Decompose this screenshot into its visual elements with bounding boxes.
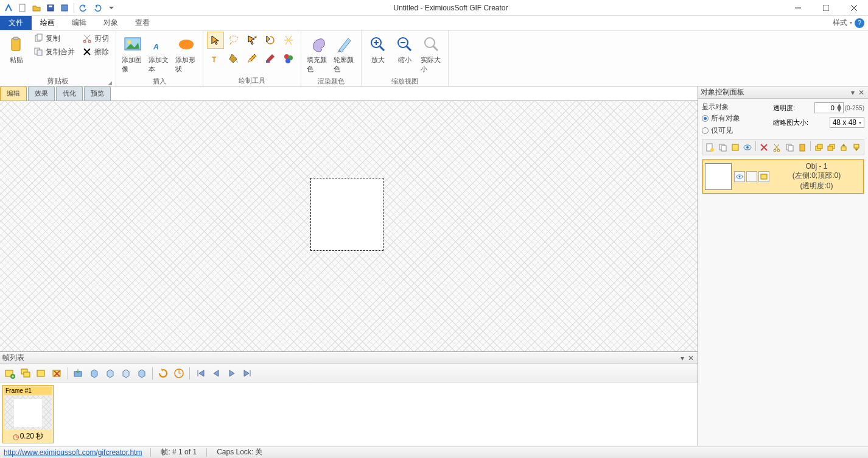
frame-first-icon[interactable] [193, 366, 208, 381]
ribbon-group-insert: 添加图像 A添加文本 添加形状 插入 [116, 30, 203, 86]
obj-new-icon[interactable] [704, 141, 716, 153]
obj-dup-icon[interactable] [716, 141, 729, 153]
add-shape-button[interactable]: 添加形状 [173, 32, 199, 77]
status-url[interactable]: http://www.eximioussoft.com/gifcreator.h… [0, 448, 145, 457]
svg-point-21 [179, 40, 194, 49]
obj-cut-icon[interactable] [771, 141, 783, 153]
panel-menu-icon[interactable]: ▾ [850, 88, 856, 97]
svg-point-57 [746, 146, 749, 149]
save-icon[interactable] [44, 2, 57, 14]
object-item[interactable]: Obj - 1 (左侧:0;顶部:0) (透明度:0) [702, 160, 864, 194]
tab-optimize[interactable]: 优化 [56, 86, 83, 100]
frame-thumbnail [4, 396, 52, 430]
frame-cube1-icon[interactable] [87, 366, 102, 381]
clock-icon: ◷ [13, 432, 19, 441]
svg-rect-69 [841, 147, 846, 150]
obj-del-icon[interactable] [758, 141, 770, 153]
fill-color-button[interactable]: 填充颜色 [305, 32, 331, 77]
menu-file[interactable]: 文件 [0, 16, 32, 30]
frame-edit-icon[interactable] [34, 366, 49, 381]
menu-edit[interactable]: 编辑 [63, 16, 95, 30]
obj-vis-icon[interactable] [741, 141, 754, 153]
obj-eye-icon[interactable] [734, 171, 745, 182]
clipboard-launcher-icon[interactable]: ◢ [108, 80, 112, 86]
redo-icon[interactable] [91, 2, 103, 14]
panel-close-icon[interactable]: ✕ [857, 88, 866, 97]
tool-gradient[interactable] [280, 50, 297, 67]
frame-time-icon[interactable] [172, 366, 186, 381]
frame-last-icon[interactable] [240, 366, 255, 381]
tool-wand[interactable] [280, 32, 297, 49]
copy-merge-button[interactable]: 复制合并 [30, 45, 78, 58]
canvas-object[interactable] [310, 178, 383, 251]
panel-menu-icon[interactable]: ▾ [679, 354, 685, 362]
app-icon[interactable] [2, 2, 15, 14]
opacity-input[interactable]: ▲▼ [814, 102, 844, 113]
menu-view[interactable]: 查看 [127, 16, 158, 30]
frame-dup-icon[interactable] [18, 366, 33, 381]
frame-add-icon[interactable] [2, 366, 17, 381]
obj-down-icon[interactable] [850, 141, 863, 153]
menu-object[interactable]: 对象 [95, 16, 127, 30]
menu-draw[interactable]: 绘画 [32, 16, 63, 30]
minimize-button[interactable] [784, 0, 812, 16]
canvas[interactable] [0, 101, 698, 351]
add-text-button[interactable]: A添加文本 [147, 32, 172, 77]
frame-item[interactable]: Frame #1 ◷0.20 秒 [2, 385, 54, 443]
tool-select[interactable] [207, 32, 224, 49]
tool-lasso[interactable] [225, 32, 242, 49]
frame-cube2-icon[interactable] [103, 366, 117, 381]
tool-bucket[interactable] [225, 50, 242, 67]
tool-pencil[interactable] [243, 50, 261, 67]
panel-close-icon[interactable]: ✕ [687, 354, 695, 362]
tool-brush[interactable] [262, 50, 279, 67]
add-image-button[interactable]: 添加图像 [120, 32, 145, 77]
svg-rect-3 [61, 5, 68, 11]
radio-only-visible[interactable]: 仅可见 [702, 125, 769, 136]
opacity-label: 透明度: [773, 104, 795, 113]
frame-cube3-icon[interactable] [119, 366, 133, 381]
tab-preview[interactable]: 预览 [84, 86, 111, 100]
obj-up-icon[interactable] [838, 141, 850, 153]
erase-button[interactable]: 擦除 [79, 45, 112, 58]
frame-import-icon[interactable] [71, 366, 86, 381]
help-icon[interactable]: ? [855, 18, 864, 28]
paste-button[interactable]: 粘贴 [4, 32, 29, 68]
qat-customize-icon[interactable] [105, 2, 117, 14]
obj-copy-icon[interactable] [783, 141, 796, 153]
thumb-size-label: 缩略图大小: [773, 118, 808, 127]
tab-effect[interactable]: 效果 [28, 86, 55, 100]
zoom-actual-button[interactable]: 实际大小 [419, 32, 444, 77]
import-icon[interactable] [58, 2, 71, 14]
maximize-button[interactable] [812, 0, 840, 16]
frame-del-icon[interactable] [50, 366, 65, 381]
close-button[interactable] [840, 0, 868, 16]
frame-next-icon[interactable] [225, 366, 239, 381]
svg-line-36 [433, 46, 438, 51]
tool-text[interactable]: T [207, 50, 224, 67]
obj-img-icon[interactable] [758, 171, 769, 182]
obj-front-icon[interactable] [813, 141, 825, 153]
thumb-size-combo[interactable]: 48 x 48▾ [830, 117, 864, 128]
copy-button[interactable]: 复制 [30, 32, 78, 45]
frame-prev-icon[interactable] [209, 366, 223, 381]
tool-rotate[interactable] [262, 32, 279, 49]
radio-all-objects[interactable]: 所有对象 [702, 113, 769, 124]
cut-button[interactable]: 剪切 [79, 32, 112, 45]
zoom-in-button[interactable]: 放大 [365, 32, 391, 68]
tab-edit[interactable]: 编辑 [0, 86, 27, 100]
obj-lock-icon[interactable] [746, 171, 757, 182]
undo-icon[interactable] [77, 2, 89, 14]
frame-cube4-icon[interactable] [135, 366, 149, 381]
obj-paste-icon[interactable] [796, 141, 808, 153]
new-icon[interactable] [16, 2, 29, 14]
tool-move[interactable] [243, 32, 261, 49]
zoom-out-button[interactable]: 缩小 [392, 32, 418, 68]
outline-color-button[interactable]: 轮廓颜色 [332, 32, 357, 77]
obj-prop-icon[interactable] [729, 141, 741, 153]
obj-back-icon[interactable] [825, 141, 837, 153]
frame-refresh-icon[interactable] [156, 366, 170, 381]
style-dropdown[interactable]: 样式 [833, 18, 847, 28]
style-chevron-icon[interactable]: ▾ [850, 20, 852, 26]
open-icon[interactable] [30, 2, 43, 14]
